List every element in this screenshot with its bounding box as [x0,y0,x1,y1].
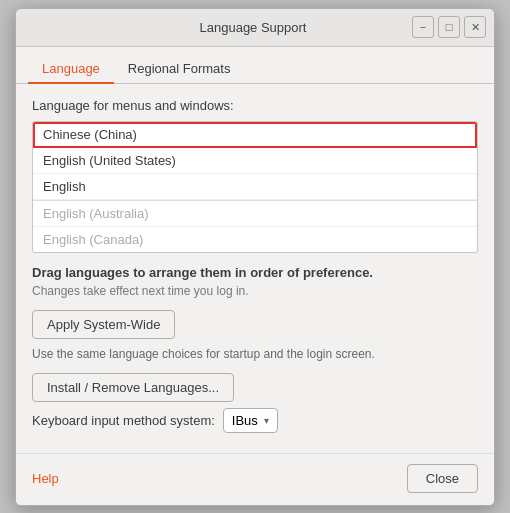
language-section-label: Language for menus and windows: [32,98,478,113]
language-list: Chinese (China) English (United States) … [32,121,478,253]
tab-regional-formats[interactable]: Regional Formats [114,55,245,84]
window-controls: − □ ✕ [412,16,486,38]
content-area: Language for menus and windows: Chinese … [16,84,494,453]
language-item-english-australia[interactable]: English (Australia) [33,201,477,227]
keyboard-input-label: Keyboard input method system: [32,413,215,428]
close-window-button[interactable]: ✕ [464,16,486,38]
maximize-button[interactable]: □ [438,16,460,38]
help-button[interactable]: Help [32,471,59,486]
titlebar: Language Support − □ ✕ [16,9,494,47]
close-button[interactable]: Close [407,464,478,493]
drag-hint: Drag languages to arrange them in order … [32,265,478,280]
language-item-english-us[interactable]: English (United States) [33,148,477,174]
language-item-english[interactable]: English [33,174,477,200]
install-remove-languages-button[interactable]: Install / Remove Languages... [32,373,234,402]
footer: Help Close [16,453,494,505]
drag-hint-bold: Drag languages to arrange them in order … [32,265,373,280]
tab-bar: Language Regional Formats [16,47,494,84]
language-support-window: Language Support − □ ✕ Language Regional… [15,8,495,506]
keyboard-input-dropdown[interactable]: IBus ▾ [223,408,278,433]
window-title: Language Support [94,20,412,35]
tab-language[interactable]: Language [28,55,114,84]
keyboard-input-value: IBus [232,413,258,428]
chevron-down-icon: ▾ [264,415,269,426]
drag-hint-sub: Changes take effect next time you log in… [32,284,478,298]
keyboard-input-row: Keyboard input method system: IBus ▾ [32,408,478,433]
language-item-english-canada[interactable]: English (Canada) [33,227,477,252]
apply-note: Use the same language choices for startu… [32,347,478,361]
apply-system-wide-button[interactable]: Apply System-Wide [32,310,175,339]
language-item-chinese-china[interactable]: Chinese (China) [33,122,477,148]
minimize-button[interactable]: − [412,16,434,38]
